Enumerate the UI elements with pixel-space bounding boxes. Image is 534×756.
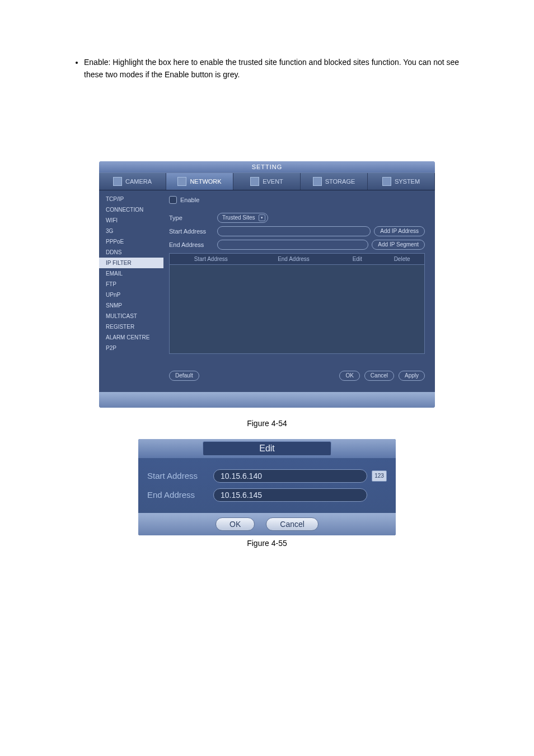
col-end-address: End Address [252,254,335,264]
col-delete: Delete [380,254,424,264]
tab-label: EVENT [263,178,283,185]
edit-cancel-button[interactable]: Cancel [266,517,318,531]
tab-label: CAMERA [125,178,152,185]
tab-label: NETWORK [190,178,221,185]
sidebar-item-alarmcentre[interactable]: ALARM CENTRE [99,332,163,343]
lower-bullet-list: . . . . . [67,564,467,634]
tab-network[interactable]: NETWORK [166,173,233,190]
edit-dialog-title: Edit [203,441,331,456]
bullet-item: Enable: Highlight the box here to enable… [84,56,467,81]
enable-checkbox[interactable] [169,196,177,204]
edit-start-label: Start Address [147,471,209,480]
storage-icon [313,177,322,186]
sidebar-item-ftp[interactable]: FTP [99,279,163,290]
start-address-label: Start Address [169,228,214,235]
tab-bar: CAMERA NETWORK EVENT STORAGE SYSTEM [99,172,435,190]
system-icon [382,177,391,186]
tab-system[interactable]: SYSTEM [368,173,435,190]
tab-camera[interactable]: CAMERA [99,173,166,190]
sidebar-item-3g[interactable]: 3G [99,226,163,236]
start-address-input[interactable] [217,226,371,236]
type-value: Trusted Sites [222,214,255,221]
sidebar-item-ddns[interactable]: DDNS [99,247,163,258]
figure-caption-2: Figure 4-55 [67,539,467,548]
sidebar-item-ipfilter[interactable]: IP FILTER [99,258,163,268]
sidebar-item-connection[interactable]: CONNECTION [99,204,163,215]
figure-caption-1: Figure 4-54 [67,419,467,428]
sidebar-item-register[interactable]: REGISTER [99,321,163,332]
type-label: Type [169,214,214,221]
camera-icon [113,177,122,186]
tab-event[interactable]: EVENT [233,173,301,190]
type-select[interactable]: Trusted Sites ▾ [217,213,268,223]
sidebar-item-p2p[interactable]: P2P [99,343,163,353]
sidebar-item-pppoe[interactable]: PPPoE [99,236,163,247]
chevron-down-icon: ▾ [259,214,265,221]
end-address-input[interactable] [217,240,368,250]
end-address-label: End Address [169,241,214,248]
tab-label: STORAGE [325,178,355,185]
edit-end-label: End Address [147,490,209,500]
edit-dialog: Edit Start Address 10.15.6.140 123 End A… [138,439,396,535]
settings-window: SETTING CAMERA NETWORK EVENT STORAGE SYS… [99,161,435,408]
col-edit: Edit [335,254,380,264]
cancel-button[interactable]: Cancel [364,371,394,381]
footer-bar [99,392,435,408]
edit-end-input[interactable]: 10.15.6.145 [213,488,367,502]
sidebar-item-snmp[interactable]: SNMP [99,300,163,311]
edit-dialog-header: Edit [138,439,396,458]
window-title: SETTING [99,161,435,172]
sidebar-item-tcpip[interactable]: TCP/IP [99,194,163,204]
event-icon [250,177,259,186]
default-button[interactable]: Default [169,371,199,381]
network-icon [177,177,186,186]
ok-button[interactable]: OK [339,371,359,381]
sidebar-item-multicast[interactable]: MULTICAST [99,311,163,321]
tab-label: SYSTEM [395,178,420,185]
main-panel: Enable Type Trusted Sites ▾ Start Addres… [163,190,435,392]
enable-label: Enable [180,197,199,203]
ip-table: Start Address End Address Edit Delete [169,253,425,354]
tab-storage[interactable]: STORAGE [301,173,368,190]
add-ip-address-button[interactable]: Add IP Address [374,226,425,236]
apply-button[interactable]: Apply [399,371,425,381]
keypad-icon[interactable]: 123 [372,470,387,482]
col-start-address: Start Address [170,254,252,264]
edit-ok-button[interactable]: OK [216,517,255,531]
sidebar-item-upnp[interactable]: UPnP [99,290,163,300]
edit-start-input[interactable]: 10.15.6.140 [213,469,367,483]
sidebar-item-email[interactable]: EMAIL [99,268,163,279]
upper-bullet-list-2: . . . [67,104,467,144]
sidebar: TCP/IP CONNECTION WIFI 3G PPPoE DDNS IP … [99,190,163,392]
sidebar-item-wifi[interactable]: WIFI [99,215,163,226]
add-ip-segment-button[interactable]: Add IP Segment [372,240,425,250]
upper-bullet-list: Enable: Highlight the box here to enable… [67,56,467,81]
